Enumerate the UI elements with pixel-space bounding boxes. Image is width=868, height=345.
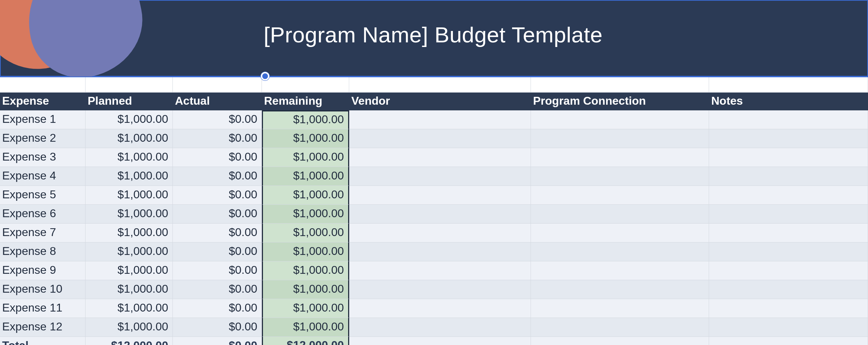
cell-planned[interactable]: $1,000.00 <box>86 318 173 337</box>
header-connection[interactable]: Program Connection <box>531 93 709 110</box>
cell-planned[interactable]: $1,000.00 <box>86 242 173 261</box>
cell-connection[interactable] <box>531 110 709 129</box>
cell-notes[interactable] <box>709 110 868 129</box>
cell-actual[interactable]: $0.00 <box>173 148 262 167</box>
header-vendor[interactable]: Vendor <box>349 93 531 110</box>
cell-remaining[interactable]: $1,000.00 <box>262 280 349 299</box>
cell-vendor[interactable] <box>349 261 531 280</box>
cell-actual[interactable]: $0.00 <box>173 110 262 129</box>
cell-actual[interactable]: $0.00 <box>173 280 262 299</box>
spacer-row[interactable] <box>0 77 868 93</box>
header-expense[interactable]: Expense <box>0 93 86 110</box>
cell-remaining[interactable]: $1,000.00 <box>262 261 349 280</box>
cell-expense[interactable]: Expense 12 <box>0 318 86 337</box>
cell-vendor[interactable] <box>349 205 531 224</box>
cell-notes[interactable] <box>709 318 868 337</box>
selection-handle-icon[interactable] <box>261 72 269 80</box>
cell-vendor[interactable] <box>349 129 531 148</box>
header-remaining[interactable]: Remaining <box>262 93 349 110</box>
cell-expense[interactable]: Expense 1 <box>0 110 86 129</box>
cell-notes[interactable] <box>709 129 868 148</box>
cell-actual[interactable]: $0.00 <box>173 318 262 337</box>
cell-actual[interactable]: $0.00 <box>173 242 262 261</box>
cell-planned[interactable]: $1,000.00 <box>86 261 173 280</box>
cell-notes[interactable] <box>709 224 868 242</box>
cell-connection[interactable] <box>531 148 709 167</box>
cell-remaining[interactable]: $1,000.00 <box>262 148 349 167</box>
cell-remaining[interactable]: $1,000.00 <box>262 299 349 318</box>
cell-total-planned[interactable]: $12,000.00 <box>86 337 173 345</box>
cell-remaining[interactable]: $1,000.00 <box>262 242 349 261</box>
cell-remaining[interactable]: $1,000.00 <box>262 167 349 186</box>
cell-notes[interactable] <box>709 205 868 224</box>
cell-planned[interactable]: $1,000.00 <box>86 224 173 242</box>
cell-connection[interactable] <box>531 280 709 299</box>
cell-actual[interactable]: $0.00 <box>173 299 262 318</box>
cell-expense[interactable]: Expense 8 <box>0 242 86 261</box>
cell-actual[interactable]: $0.00 <box>173 224 262 242</box>
cell-connection[interactable] <box>531 224 709 242</box>
cell-remaining[interactable]: $1,000.00 <box>262 186 349 205</box>
column-header-row[interactable]: Expense Planned Actual Remaining Vendor … <box>0 93 868 110</box>
cell-connection[interactable] <box>531 261 709 280</box>
cell-total-remaining[interactable]: $12,000.00 <box>262 337 349 345</box>
cell-notes[interactable] <box>709 167 868 186</box>
cell-planned[interactable]: $1,000.00 <box>86 186 173 205</box>
cell-remaining[interactable]: $1,000.00 <box>262 318 349 337</box>
cell-expense[interactable]: Expense 11 <box>0 299 86 318</box>
cell-total-connection[interactable] <box>531 337 709 345</box>
cell-planned[interactable]: $1,000.00 <box>86 280 173 299</box>
cell-connection[interactable] <box>531 299 709 318</box>
cell-total-vendor[interactable] <box>349 337 531 345</box>
cell-actual[interactable]: $0.00 <box>173 205 262 224</box>
cell-expense[interactable]: Expense 9 <box>0 261 86 280</box>
cell-actual[interactable]: $0.00 <box>173 186 262 205</box>
cell-notes[interactable] <box>709 280 868 299</box>
cell-remaining[interactable]: $1,000.00 <box>262 110 349 129</box>
cell-actual[interactable]: $0.00 <box>173 129 262 148</box>
cell-remaining[interactable]: $1,000.00 <box>262 205 349 224</box>
cell-expense[interactable]: Expense 5 <box>0 186 86 205</box>
cell-planned[interactable]: $1,000.00 <box>86 110 173 129</box>
cell-vendor[interactable] <box>349 110 531 129</box>
cell-actual[interactable]: $0.00 <box>173 261 262 280</box>
cell-vendor[interactable] <box>349 167 531 186</box>
cell-vendor[interactable] <box>349 224 531 242</box>
cell-connection[interactable] <box>531 242 709 261</box>
cell-notes[interactable] <box>709 299 868 318</box>
cell-expense[interactable]: Expense 4 <box>0 167 86 186</box>
cell-vendor[interactable] <box>349 186 531 205</box>
header-notes[interactable]: Notes <box>709 93 868 110</box>
cell-planned[interactable]: $1,000.00 <box>86 205 173 224</box>
cell-remaining[interactable]: $1,000.00 <box>262 129 349 148</box>
cell-expense[interactable]: Expense 3 <box>0 148 86 167</box>
cell-connection[interactable] <box>531 318 709 337</box>
header-actual[interactable]: Actual <box>173 93 262 110</box>
cell-notes[interactable] <box>709 261 868 280</box>
header-planned[interactable]: Planned <box>86 93 173 110</box>
cell-connection[interactable] <box>531 205 709 224</box>
cell-connection[interactable] <box>531 186 709 205</box>
cell-planned[interactable]: $1,000.00 <box>86 299 173 318</box>
cell-vendor[interactable] <box>349 299 531 318</box>
cell-planned[interactable]: $1,000.00 <box>86 148 173 167</box>
cell-actual[interactable]: $0.00 <box>173 167 262 186</box>
cell-total-actual[interactable]: $0.00 <box>173 337 262 345</box>
cell-connection[interactable] <box>531 129 709 148</box>
cell-planned[interactable]: $1,000.00 <box>86 167 173 186</box>
cell-remaining[interactable]: $1,000.00 <box>262 224 349 242</box>
cell-total-notes[interactable] <box>709 337 868 345</box>
cell-vendor[interactable] <box>349 148 531 167</box>
cell-notes[interactable] <box>709 186 868 205</box>
cell-planned[interactable]: $1,000.00 <box>86 129 173 148</box>
cell-expense[interactable]: Expense 2 <box>0 129 86 148</box>
cell-notes[interactable] <box>709 148 868 167</box>
cell-total-label[interactable]: Total <box>0 337 86 345</box>
cell-notes[interactable] <box>709 242 868 261</box>
cell-vendor[interactable] <box>349 280 531 299</box>
title-banner[interactable]: [Program Name] Budget Template <box>0 0 868 77</box>
cell-expense[interactable]: Expense 10 <box>0 280 86 299</box>
cell-vendor[interactable] <box>349 318 531 337</box>
cell-expense[interactable]: Expense 7 <box>0 224 86 242</box>
cell-expense[interactable]: Expense 6 <box>0 205 86 224</box>
